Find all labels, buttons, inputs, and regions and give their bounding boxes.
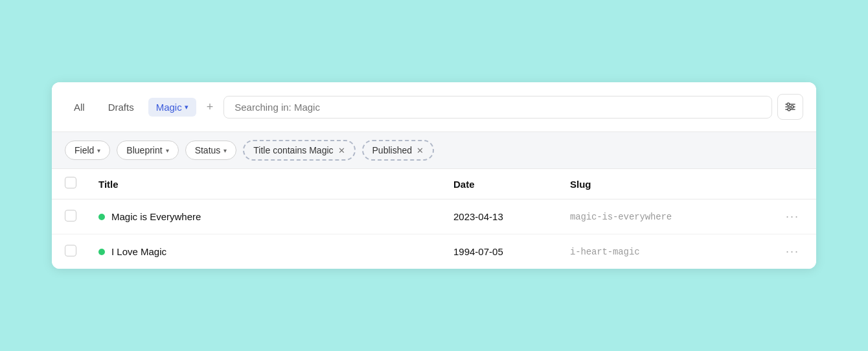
- tab-drafts[interactable]: Drafts: [99, 98, 143, 117]
- table-header: Title Date Slug: [52, 169, 816, 199]
- col-slug: Slug: [570, 179, 764, 190]
- filter-blueprint-button[interactable]: Blueprint ▾: [117, 141, 178, 160]
- row-2-date: 1994-07-05: [453, 246, 570, 257]
- row-1-select-cell: [65, 210, 98, 224]
- active-tag-published[interactable]: Published ✕: [362, 140, 435, 161]
- active-tag-title-magic[interactable]: Title contains Magic ✕: [243, 140, 355, 161]
- filter-icon-button[interactable]: [777, 94, 803, 120]
- row-1-more-button[interactable]: ···: [782, 209, 803, 225]
- top-bar: All Drafts Magic ▾ +: [52, 82, 816, 132]
- add-tab-button[interactable]: +: [201, 98, 219, 117]
- remove-title-magic-tag-button[interactable]: ✕: [338, 146, 345, 155]
- row-1-date: 2023-04-13: [453, 211, 570, 222]
- col-date: Date: [453, 179, 570, 190]
- filter-field-label: Field: [74, 145, 94, 155]
- table-row: I Love Magic 1994-07-05 i-heart-magic ··…: [52, 234, 816, 269]
- row-1-checkbox[interactable]: [65, 210, 76, 221]
- row-2-slug: i-heart-magic: [570, 247, 764, 257]
- table-row: Magic is Everywhere 2023-04-13 magic-is-…: [52, 199, 816, 234]
- select-all-checkbox[interactable]: [65, 177, 76, 188]
- table: Title Date Slug Magic is Everywhere 2023…: [52, 169, 816, 269]
- chevron-down-icon: ▾: [223, 147, 227, 154]
- active-tag-published-label: Published: [372, 145, 413, 155]
- row-2-title-text: I Love Magic: [111, 246, 166, 257]
- row-1-slug: magic-is-everywhere: [570, 212, 764, 222]
- chevron-down-icon: ▾: [97, 147, 100, 154]
- select-all-cell: [65, 177, 98, 191]
- sliders-icon: [784, 100, 797, 113]
- tab-magic[interactable]: Magic ▾: [148, 98, 196, 117]
- chevron-down-icon: ▾: [185, 103, 188, 111]
- row-2-more-button[interactable]: ···: [782, 243, 803, 260]
- remove-published-tag-button[interactable]: ✕: [417, 146, 424, 155]
- row-2-status-dot: [98, 249, 105, 255]
- main-panel: All Drafts Magic ▾ + Field ▾ Blueprint: [52, 82, 816, 269]
- filter-field-button[interactable]: Field ▾: [65, 141, 110, 160]
- svg-point-4: [791, 106, 794, 108]
- row-1-status-dot: [98, 214, 105, 220]
- col-title: Title: [98, 179, 453, 190]
- row-2-select-cell: [65, 245, 98, 259]
- active-tag-title-magic-label: Title contains Magic: [253, 145, 333, 155]
- search-input[interactable]: [223, 96, 772, 119]
- row-1-title: Magic is Everywhere: [98, 211, 453, 222]
- filter-blueprint-label: Blueprint: [126, 145, 162, 155]
- svg-point-3: [787, 103, 790, 106]
- tab-all[interactable]: All: [65, 98, 94, 117]
- filter-bar: Field ▾ Blueprint ▾ Status ▾ Title conta…: [52, 132, 816, 169]
- svg-point-5: [788, 108, 790, 111]
- chevron-down-icon: ▾: [166, 147, 169, 154]
- row-1-title-text: Magic is Everywhere: [111, 211, 201, 222]
- row-2-title: I Love Magic: [98, 246, 453, 257]
- row-2-checkbox[interactable]: [65, 245, 76, 256]
- filter-status-button[interactable]: Status ▾: [185, 141, 237, 160]
- row-2-actions: ···: [764, 243, 803, 260]
- row-1-actions: ···: [764, 209, 803, 225]
- filter-status-label: Status: [195, 145, 221, 155]
- tab-magic-label: Magic: [156, 102, 182, 113]
